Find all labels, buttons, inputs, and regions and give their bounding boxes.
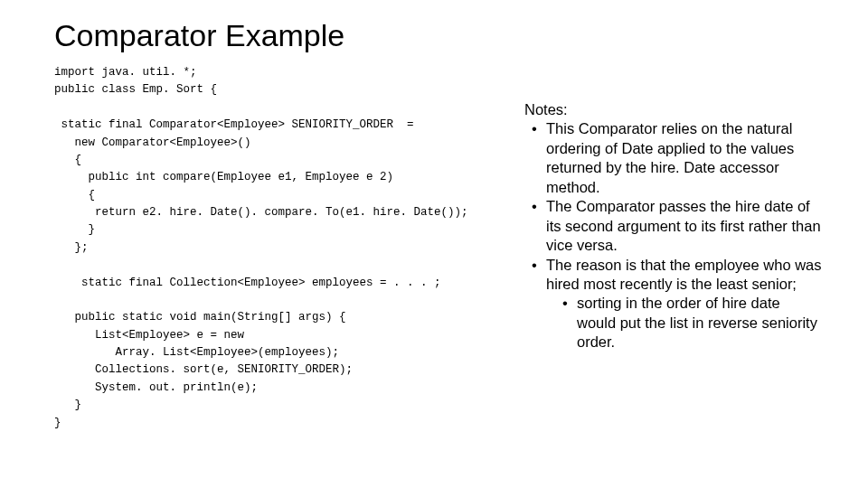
code-block: import java. util. *; public class Emp. …: [54, 64, 497, 432]
code-line: static final Comparator<Employee> SENIOR…: [54, 118, 414, 131]
code-line: Array. List<Employee>(employees);: [54, 346, 339, 359]
code-line: }: [54, 399, 81, 411]
notes-heading: Notes:: [524, 100, 823, 119]
code-line: new Comparator<Employee>(): [54, 136, 251, 149]
code-line: }: [54, 223, 95, 236]
notes-subitem: sorting in the order of hire date would …: [559, 294, 823, 352]
code-line: Collections. sort(e, SENIORITY_ORDER);: [54, 363, 353, 376]
notes-item: The Comparator passes the hire date of i…: [528, 197, 823, 255]
code-line: return e2. hire. Date(). compare. To(e1.…: [54, 206, 468, 219]
code-line: List<Employee> e = new: [54, 329, 244, 342]
code-line: }: [54, 417, 61, 429]
notes-item-text: The reason is that the employee who was …: [546, 257, 822, 292]
code-line: static final Collection<Employee> employ…: [54, 277, 441, 289]
code-line: System. out. println(e);: [54, 381, 258, 394]
notes-item: This Comparator relies on the natural or…: [528, 119, 823, 197]
code-line: {: [54, 154, 81, 166]
code-line: public static void main(String[] args) {: [54, 311, 346, 324]
code-line: public class Emp. Sort {: [54, 83, 217, 96]
code-line: {: [54, 189, 95, 202]
page-title: Comparator Example: [54, 18, 823, 53]
notes-item: The reason is that the employee who was …: [528, 256, 823, 352]
code-line: };: [54, 241, 89, 254]
code-line: public int compare(Employee e1, Employee…: [54, 171, 393, 183]
code-line: import java. util. *;: [54, 66, 197, 79]
notes-sublist: sorting in the order of hire date would …: [546, 294, 823, 352]
notes-block: Notes: This Comparator relies on the nat…: [524, 64, 823, 432]
notes-list: This Comparator relies on the natural or…: [524, 119, 823, 352]
content-row: import java. util. *; public class Emp. …: [54, 64, 823, 432]
